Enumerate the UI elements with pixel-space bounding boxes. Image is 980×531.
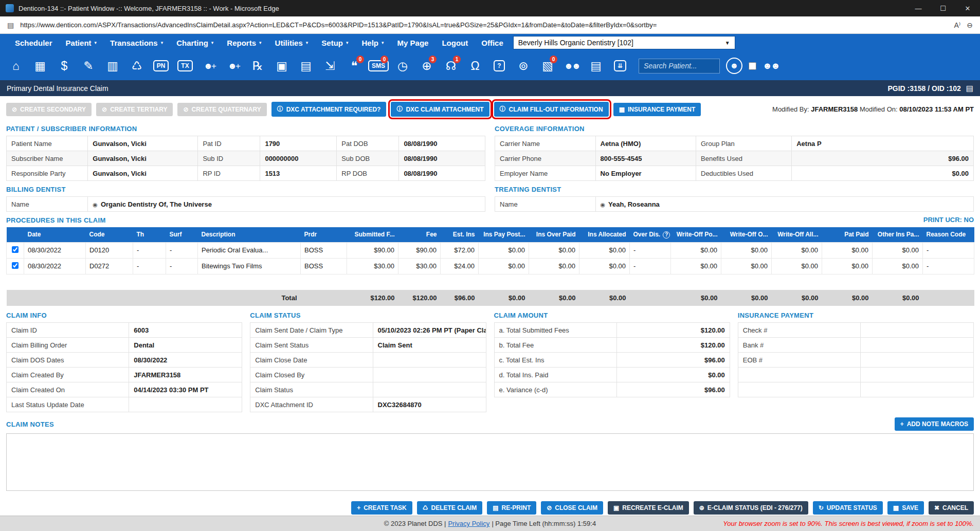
send-document-icon[interactable]: ⇲ bbox=[319, 55, 341, 77]
nav-help[interactable]: Help▾ bbox=[355, 39, 391, 47]
sms-icon[interactable]: SMS0 bbox=[368, 55, 389, 77]
printer-icon[interactable]: ▤ bbox=[295, 55, 317, 77]
coverage-section: COVERAGE INFORMATION Carrier NameAetna (… bbox=[495, 120, 974, 181]
cell: $0.00 bbox=[529, 242, 579, 258]
nav-my-page[interactable]: My Page bbox=[391, 39, 435, 47]
nav-patient[interactable]: Patient▾ bbox=[59, 39, 104, 47]
field-value: DXC32684870 bbox=[373, 397, 486, 412]
documents-icon[interactable]: ▣ bbox=[271, 55, 293, 77]
edit-form-icon[interactable]: ✎ bbox=[78, 55, 99, 77]
procedure-checkbox[interactable] bbox=[12, 246, 19, 253]
table-row: Claim Created ByJFARMER3158 bbox=[7, 368, 242, 382]
cancel-button[interactable]: ✖CANCEL bbox=[929, 501, 974, 515]
treatment-plan-icon[interactable]: TX bbox=[174, 55, 196, 77]
recreate-e-claim-button[interactable]: ▣RECREATE E-CLAIM bbox=[608, 501, 689, 515]
field-value bbox=[373, 368, 486, 382]
add-patient-icon[interactable]: ☻+ bbox=[198, 55, 220, 77]
nav-setup[interactable]: Setup▾ bbox=[315, 39, 355, 47]
home-icon[interactable]: ⌂ bbox=[5, 55, 27, 77]
save-button[interactable]: ▦SAVE bbox=[887, 501, 924, 515]
cell: D0272 bbox=[86, 258, 133, 274]
table-row: e. Variance (c-d)$96.00 bbox=[494, 382, 730, 397]
dxc-claim-attachment-button[interactable]: ⓘDXC CLAIM ATTACHMENT bbox=[391, 102, 489, 117]
payments-icon[interactable]: $ bbox=[53, 55, 75, 77]
help-icon[interactable]: ? bbox=[663, 231, 670, 239]
close-button[interactable]: ✕ bbox=[955, 0, 980, 16]
url-input[interactable]: https://www.denticon.com/ASPX/Transactio… bbox=[20, 21, 948, 29]
nav-transactions[interactable]: Transactions▾ bbox=[103, 39, 170, 47]
add-account-icon[interactable]: ☻+ bbox=[223, 55, 244, 77]
collapse-icon[interactable]: ⇊ bbox=[609, 55, 631, 77]
nav-utilities[interactable]: Utilities▾ bbox=[268, 39, 315, 47]
trash-icon[interactable]: ♺ bbox=[126, 55, 148, 77]
e-claim-status-button[interactable]: ⊕E-CLAIM STATUS (EDI - 276/277) bbox=[694, 501, 808, 515]
prescription-icon[interactable]: ℞ bbox=[247, 55, 268, 77]
field-label: DXC Attachment ID bbox=[250, 397, 373, 412]
zoom-out-icon[interactable]: ⊖ bbox=[967, 21, 973, 29]
insurance-payment-button[interactable]: ▦INSURANCE PAYMENT bbox=[613, 103, 701, 116]
maximize-button[interactable]: ☐ bbox=[931, 0, 955, 16]
family-icon[interactable]: ☻☻ bbox=[561, 55, 583, 77]
patient-group-icon[interactable]: ☻☻ bbox=[763, 61, 779, 71]
nav-scheduler[interactable]: Scheduler bbox=[8, 39, 59, 47]
patient-subscriber-section: PATIENT / SUBSCRIBER INFORMATION Patient… bbox=[6, 120, 485, 181]
add-note-macros-button[interactable]: +ADD NOTE MACROS bbox=[895, 417, 974, 431]
table-row: Carrier Phone800-555-4545 Benefits Used$… bbox=[495, 151, 974, 166]
field-label: Responsible Party bbox=[7, 166, 88, 181]
field-label: Claim Created On bbox=[7, 382, 129, 397]
table-row: Claim Created On04/14/2023 03:30 PM PT bbox=[7, 382, 242, 397]
calendar-icon[interactable]: ▦ bbox=[29, 55, 51, 77]
claim-notes-textarea[interactable] bbox=[6, 433, 974, 491]
dxc-attachment-required-button[interactable]: ⓘDXC ATTACHMENT REQUIRED? bbox=[271, 102, 387, 117]
nav-reports[interactable]: Reports▾ bbox=[220, 39, 268, 47]
window-title: Denticon-134 ::- Patient Window -:: Welc… bbox=[19, 5, 279, 12]
claim-fill-out-information-button[interactable]: ⓘCLAIM FILL-OUT INFORMATION bbox=[494, 102, 609, 117]
re-print-button[interactable]: ▤RE-PRINT bbox=[487, 501, 536, 515]
minimize-button[interactable]: — bbox=[906, 0, 931, 16]
messages-icon[interactable]: ❝0 bbox=[343, 55, 365, 77]
print-page-icon[interactable]: ▤ bbox=[966, 84, 973, 93]
clock-icon[interactable]: ◷ bbox=[392, 55, 413, 77]
patient-search-icon[interactable]: ☻ bbox=[726, 58, 742, 74]
insurance-payment-section: INSURANCE PAYMENT Check # Bank # EOB # bbox=[738, 307, 974, 397]
office-select[interactable]: Beverly Hills Organic Dentistry [102] ▼ bbox=[513, 36, 735, 49]
tooth-question-icon[interactable]: ? bbox=[488, 55, 510, 77]
tooth-icon[interactable]: Ω bbox=[464, 55, 486, 77]
online-requests-icon[interactable]: ⊕3 bbox=[416, 55, 438, 77]
update-status-button[interactable]: ↻UPDATE STATUS bbox=[813, 501, 883, 515]
archive-icon[interactable]: ▥ bbox=[102, 55, 123, 77]
claim-alerts-icon[interactable]: ▧0 bbox=[537, 55, 558, 77]
site-info-icon[interactable]: ▤ bbox=[7, 21, 14, 29]
toolbar-checkbox[interactable] bbox=[749, 62, 756, 70]
read-aloud-icon[interactable]: A⁾ bbox=[954, 21, 960, 29]
create-task-button[interactable]: +CREATE TASK bbox=[351, 501, 412, 515]
support-headset-icon[interactable]: ☊1 bbox=[440, 55, 462, 77]
field-value: 000000000 bbox=[260, 151, 337, 166]
field-label: Deductibles Used bbox=[696, 166, 792, 181]
procedure-checkbox[interactable] bbox=[12, 262, 19, 269]
field-label bbox=[738, 368, 860, 382]
close-claim-button[interactable]: ⊘CLOSE CLAIM bbox=[541, 501, 603, 515]
office-select-value: Beverly Hills Organic Dentistry [102] bbox=[518, 39, 633, 47]
cell: $90.00 bbox=[347, 242, 398, 258]
nav-logout[interactable]: Logout bbox=[435, 39, 475, 47]
delete-claim-button[interactable]: ♺DELETE CLAIM bbox=[417, 501, 482, 515]
nav-charting[interactable]: Charting▾ bbox=[170, 39, 220, 47]
column-header: Reason Code bbox=[923, 227, 974, 242]
create-tertiary-button[interactable]: ⊘CREATE TERTIARY bbox=[96, 103, 173, 116]
total-cell: $120.00 bbox=[347, 290, 398, 306]
privacy-policy-link[interactable]: Privacy Policy bbox=[448, 520, 489, 527]
create-quaternary-button[interactable]: ⊘CREATE QUATERNARY bbox=[177, 103, 266, 116]
cell: - bbox=[923, 242, 974, 258]
printer-2-icon[interactable]: ▤ bbox=[585, 55, 607, 77]
table-row: Patient NameGunvalson, Vicki Pat ID1790 … bbox=[7, 136, 485, 151]
online-requests-badge: 3 bbox=[429, 56, 437, 63]
progress-notes-icon[interactable]: PN bbox=[150, 55, 172, 77]
search-patient-input[interactable] bbox=[639, 59, 720, 74]
table-row: DXC Attachment IDDXC32684870 bbox=[250, 397, 486, 412]
treating-dentist-table: Name ◉Yeah, Roseanna bbox=[495, 196, 974, 212]
table-row: Claim Status bbox=[250, 382, 486, 397]
web-portal-icon[interactable]: ⊚ bbox=[513, 55, 534, 77]
create-secondary-button[interactable]: ⊘CREATE SECONDARY bbox=[6, 103, 92, 116]
field-label: Carrier Phone bbox=[495, 151, 596, 166]
